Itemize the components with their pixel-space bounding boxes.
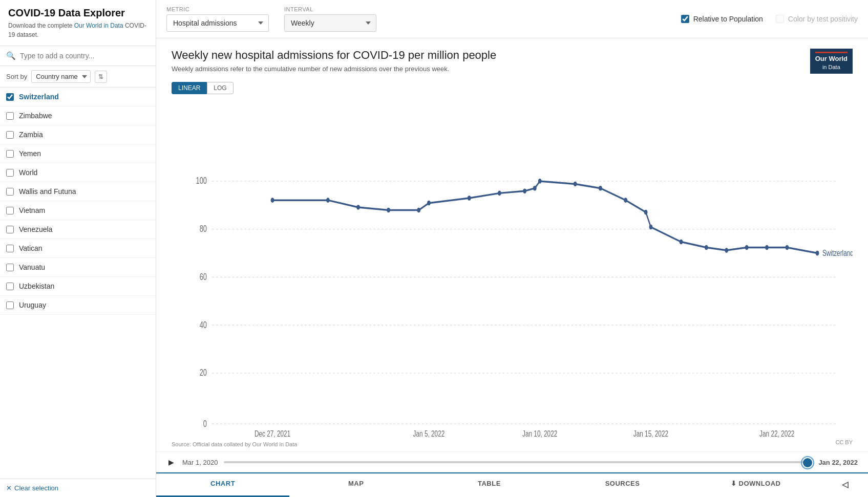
country-item[interactable]: Yemen xyxy=(0,144,156,163)
country-checkbox[interactable] xyxy=(6,245,14,252)
tab-sources[interactable]: SOURCES xyxy=(556,473,689,497)
tab-table[interactable]: TABLE xyxy=(422,473,556,497)
sortby-select[interactable]: Country name Value Alphabetical xyxy=(31,70,91,83)
svg-point-35 xyxy=(725,248,728,253)
svg-point-20 xyxy=(387,208,390,213)
play-button[interactable]: ▶ xyxy=(166,456,176,468)
color-by-positivity-item: Color by test positivity xyxy=(776,15,858,23)
owid-logo[interactable]: Our World in Data xyxy=(810,49,853,74)
svg-text:Jan 15, 2022: Jan 15, 2022 xyxy=(633,429,668,438)
main-content: METRIC Hospital admissions Confirmed cas… xyxy=(156,0,868,497)
chart-svg-container: 100 80 60 40 20 0 Dec 27, 2021 Jan 5, 20… xyxy=(172,99,853,438)
svg-point-24 xyxy=(498,191,501,196)
country-checkbox[interactable] xyxy=(6,264,14,271)
svg-point-23 xyxy=(468,196,471,201)
owid-red-bar xyxy=(815,52,848,53)
country-item[interactable]: Vietnam xyxy=(0,201,156,220)
linear-scale-button[interactable]: LINEAR xyxy=(172,82,207,94)
svg-text:Jan 10, 2022: Jan 10, 2022 xyxy=(522,429,557,438)
color-by-positivity-label: Color by test positivity xyxy=(788,15,858,23)
toolbar: METRIC Hospital admissions Confirmed cas… xyxy=(156,0,868,38)
sort-direction-button[interactable]: ⇅ xyxy=(95,71,107,83)
tab-chart[interactable]: CHART xyxy=(156,473,289,497)
subtitle-text: Download the complete xyxy=(8,22,74,29)
interval-select[interactable]: Weekly Daily Biweekly Monthly xyxy=(284,14,376,32)
svg-text:Dec 27, 2021: Dec 27, 2021 xyxy=(255,429,290,438)
svg-point-36 xyxy=(745,245,749,250)
timeline-slider[interactable] xyxy=(224,461,812,463)
owid-link[interactable]: Our World in Data xyxy=(74,22,123,29)
country-name: Vanuatu xyxy=(19,263,45,271)
svg-point-38 xyxy=(785,245,789,250)
tab-download[interactable]: ⬇ DOWNLOAD xyxy=(689,473,822,497)
svg-point-37 xyxy=(765,245,769,250)
tab-share[interactable]: ◁ xyxy=(822,473,868,497)
country-name: Zambia xyxy=(19,131,43,139)
cc-by-label: CC BY xyxy=(835,439,853,449)
search-container: 🔍 xyxy=(0,46,156,66)
svg-point-26 xyxy=(533,186,537,191)
country-list: SwitzerlandZimbabweZambiaYemenWorldWalli… xyxy=(0,88,156,479)
country-item[interactable]: Venezuela xyxy=(0,220,156,239)
app-title: COVID-19 Data Explorer xyxy=(8,7,147,19)
country-checkbox[interactable] xyxy=(6,188,14,196)
clear-selection-label: Clear selection xyxy=(14,484,58,492)
search-input[interactable] xyxy=(20,52,150,60)
country-checkbox[interactable] xyxy=(6,207,14,214)
country-checkbox[interactable] xyxy=(6,93,14,101)
timeline-end-date: Jan 22, 2022 xyxy=(818,459,858,466)
sidebar: COVID-19 Data Explorer Download the comp… xyxy=(0,0,156,497)
country-item[interactable]: Uzbekistan xyxy=(0,277,156,296)
country-item[interactable]: Vanuatu xyxy=(0,258,156,277)
country-checkbox[interactable] xyxy=(6,112,14,120)
svg-text:Jan 22, 2022: Jan 22, 2022 xyxy=(759,429,794,438)
svg-text:Jan 5, 2022: Jan 5, 2022 xyxy=(413,429,445,438)
metric-group: METRIC Hospital admissions Confirmed cas… xyxy=(166,6,269,32)
country-item[interactable]: Wallis and Futuna xyxy=(0,182,156,201)
country-item[interactable]: Uruguay xyxy=(0,296,156,315)
country-checkbox[interactable] xyxy=(6,283,14,290)
country-item[interactable]: Zambia xyxy=(0,125,156,144)
color-by-positivity-checkbox[interactable] xyxy=(776,15,784,23)
metric-select[interactable]: Hospital admissions Confirmed cases Conf… xyxy=(166,14,269,32)
sortby-container: Sort by Country name Value Alphabetical … xyxy=(0,66,156,88)
country-checkbox[interactable] xyxy=(6,169,14,177)
country-checkbox[interactable] xyxy=(6,226,14,233)
svg-point-21 xyxy=(417,208,420,213)
country-item[interactable]: World xyxy=(0,163,156,182)
clear-x-icon: ✕ xyxy=(6,484,12,492)
app-subtitle: Download the complete Our World in Data … xyxy=(8,21,147,39)
country-checkbox[interactable] xyxy=(6,131,14,139)
sidebar-header: COVID-19 Data Explorer Download the comp… xyxy=(0,0,156,46)
timeline-start-date: Mar 1, 2020 xyxy=(182,459,218,466)
svg-text:20: 20 xyxy=(200,368,207,378)
scale-buttons: LINEAR LOG xyxy=(172,82,853,94)
chart-subtitle: Weekly admissions refer to the cumulativ… xyxy=(172,65,496,73)
svg-text:80: 80 xyxy=(200,224,207,234)
country-name: Wallis and Futuna xyxy=(19,187,76,196)
bottom-tabs: CHART MAP TABLE SOURCES ⬇ DOWNLOAD ◁ xyxy=(156,472,868,497)
country-checkbox[interactable] xyxy=(6,301,14,309)
country-item[interactable]: Switzerland xyxy=(0,88,156,106)
country-item[interactable]: Zimbabwe xyxy=(0,106,156,125)
tab-map[interactable]: MAP xyxy=(289,473,422,497)
country-name: Switzerland xyxy=(19,93,59,101)
svg-point-22 xyxy=(427,201,431,206)
clear-selection-button[interactable]: ✕ Clear selection xyxy=(6,484,58,492)
toolbar-checkboxes: Relative to Population Color by test pos… xyxy=(681,15,858,23)
chart-source: Source: Official data collated by Our Wo… xyxy=(172,439,297,449)
relative-to-population-label[interactable]: Relative to Population xyxy=(693,15,763,23)
country-name: Vatican xyxy=(19,244,43,252)
svg-point-28 xyxy=(574,182,577,187)
country-name: World xyxy=(19,168,37,177)
svg-point-17 xyxy=(271,198,274,203)
svg-point-25 xyxy=(523,189,526,194)
country-checkbox[interactable] xyxy=(6,150,14,158)
relative-to-population-checkbox[interactable] xyxy=(681,15,689,23)
svg-text:40: 40 xyxy=(200,320,207,330)
owid-logo-line1: Our World xyxy=(815,55,848,63)
country-item[interactable]: Vatican xyxy=(0,239,156,258)
svg-point-39 xyxy=(816,251,819,256)
log-scale-button[interactable]: LOG xyxy=(207,82,233,94)
svg-point-31 xyxy=(644,210,648,215)
